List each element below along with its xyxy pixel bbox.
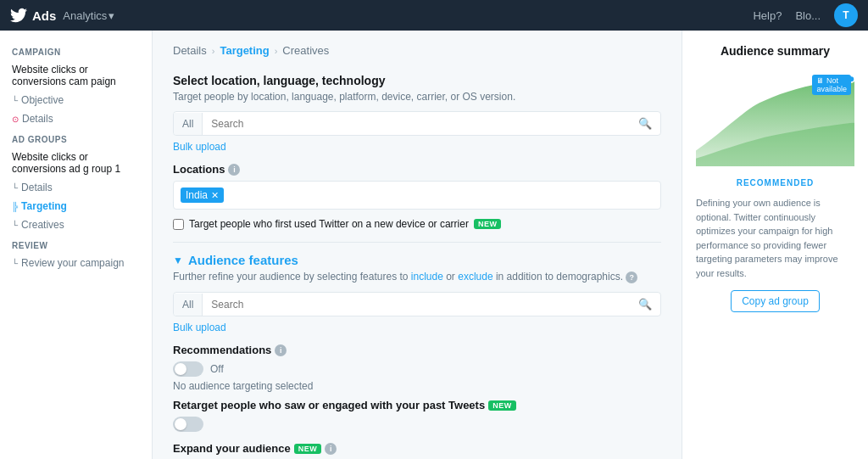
sidebar-item-adgroup-details[interactable]: └ Details	[0, 178, 152, 197]
form-area: Details › Targeting › Creatives Select l…	[153, 31, 682, 459]
breadcrumb-creatives[interactable]: Creatives	[282, 44, 329, 57]
topnav-left: Ads Analytics ▾	[10, 7, 114, 24]
review-section-title: REVIEW	[0, 234, 152, 254]
audience-chart: 🖥 Notavailable	[696, 68, 854, 170]
breadcrumb-sep-1: ›	[212, 46, 215, 56]
targeting-icon: ╠	[12, 202, 18, 211]
india-tag: India ✕	[181, 188, 224, 203]
location-field[interactable]: India ✕	[173, 181, 661, 210]
breadcrumb-details[interactable]: Details	[173, 44, 207, 57]
audience-features-desc: Further refine your audience by selectin…	[173, 271, 661, 283]
sidebar-item-targeting[interactable]: ╠ Targeting	[0, 197, 152, 216]
adgroups-section-title: AD GROUPS	[0, 128, 152, 148]
retarget-toggle[interactable]	[173, 417, 203, 432]
location-section-title: Select location, language, technology	[173, 74, 661, 87]
chevron-down-icon: ▾	[108, 9, 114, 22]
user-avatar[interactable]: T	[834, 3, 858, 27]
india-tag-label: India	[186, 189, 208, 201]
brand-label: Ads	[32, 8, 56, 23]
location-search-input[interactable]	[203, 113, 630, 135]
locations-info-icon[interactable]: i	[228, 164, 240, 176]
sidebar: CAMPAIGN Website clicks or conversions c…	[0, 31, 153, 459]
campaign-section-title: CAMPAIGN	[0, 41, 152, 60]
audience-search-bar[interactable]: All 🔍	[173, 292, 661, 316]
analytics-menu[interactable]: Analytics ▾	[63, 9, 114, 22]
recommendations-info-icon[interactable]: i	[275, 344, 287, 356]
recommended-label: RECOMMENDED	[696, 178, 854, 188]
search-icon: 🔍	[630, 112, 660, 135]
carrier-new-badge: NEW	[474, 219, 502, 229]
search-prefix-all: All	[174, 113, 203, 135]
carrier-checkbox[interactable]	[173, 219, 184, 230]
recommendations-toggle-row: Off	[173, 361, 661, 377]
corner-icon: └	[12, 259, 18, 268]
audience-features-header: ▼ Audience features	[173, 253, 661, 267]
audience-bulk-upload[interactable]: Bulk upload	[173, 322, 661, 333]
help-link[interactable]: Help?	[753, 9, 782, 22]
audience-summary-text: Defining your own audience is optional. …	[696, 196, 854, 280]
breadcrumb-targeting[interactable]: Targeting	[220, 44, 269, 57]
audience-search-icon: 🔍	[630, 293, 660, 316]
audience-summary-title: Audience summary	[696, 44, 854, 58]
retarget-label-row: Retarget people who saw or engaged with …	[173, 399, 661, 411]
expand-audience-section: Expand your audience NEW i	[173, 442, 661, 459]
audience-search-input[interactable]	[203, 294, 630, 316]
sidebar-item-creatives[interactable]: └ Creatives	[0, 216, 152, 234]
location-section-desc: Target people by location, language, pla…	[173, 91, 661, 103]
copy-ad-group-button[interactable]: Copy ad group	[731, 290, 820, 312]
recommendations-label: Recommendations	[173, 344, 271, 356]
carrier-checkbox-row: Target people who first used Twitter on …	[173, 218, 661, 230]
right-panel: Audience summary	[682, 31, 868, 459]
carrier-label: Target people who first used Twitter on …	[189, 218, 469, 230]
sidebar-item-review[interactable]: └ Review your campaign	[0, 254, 152, 272]
breadcrumb-sep-2: ›	[275, 46, 278, 56]
no-audience-text: No audience targeting selected	[173, 380, 661, 392]
audience-chevron-icon: ▼	[173, 255, 183, 266]
expand-label-row: Expand your audience NEW i	[173, 442, 661, 455]
audience-info-icon[interactable]: ?	[626, 271, 637, 283]
retarget-new-badge: NEW	[488, 400, 516, 411]
top-navigation: Ads Analytics ▾ Help? Blo... T	[0, 0, 868, 31]
recommendations-toggle[interactable]	[173, 361, 203, 377]
retarget-toggle-knob	[175, 418, 186, 430]
blog-link[interactable]: Blo...	[795, 9, 821, 22]
sidebar-item-details[interactable]: ⊙ Details	[0, 109, 152, 128]
toggle-knob	[175, 363, 186, 375]
analytics-label: Analytics	[63, 9, 107, 22]
toggle-off-label: Off	[210, 363, 224, 375]
not-available-badge: 🖥 Notavailable	[812, 75, 851, 95]
main-content: Details › Targeting › Creatives Select l…	[153, 31, 868, 459]
retarget-label: Retarget people who saw or engaged with …	[173, 399, 485, 411]
corner-icon: └	[12, 96, 18, 105]
audience-search-prefix: All	[174, 294, 203, 316]
topnav-right: Help? Blo... T	[753, 3, 858, 27]
expand-info-icon[interactable]: i	[325, 443, 337, 455]
audience-features-title: Audience features	[188, 253, 298, 267]
sidebar-campaign-item[interactable]: Website clicks or conversions cam paign	[0, 60, 152, 91]
corner-icon: └	[12, 183, 18, 193]
recommendations-label-row: Recommendations i	[173, 344, 661, 356]
expand-label: Expand your audience	[173, 442, 291, 455]
expand-new-badge: NEW	[294, 444, 322, 454]
locations-label: Locations	[173, 163, 225, 176]
error-icon: ⊙	[12, 115, 19, 124]
india-tag-close[interactable]: ✕	[211, 190, 219, 201]
location-bulk-upload[interactable]: Bulk upload	[173, 141, 661, 153]
corner-icon: └	[12, 221, 18, 230]
location-section: Select location, language, technology Ta…	[173, 74, 661, 230]
sidebar-adgroup-item[interactable]: Website clicks or conversions ad g roup …	[0, 148, 152, 178]
locations-label-row: Locations i	[173, 163, 661, 176]
logo: Ads	[10, 7, 56, 24]
audience-features-section: ▼ Audience features Further refine your …	[173, 253, 661, 459]
location-search-bar[interactable]: All 🔍	[173, 111, 661, 136]
twitter-logo-icon	[10, 7, 27, 24]
sidebar-item-objective[interactable]: └ Objective	[0, 91, 152, 109]
main-layout: CAMPAIGN Website clicks or conversions c…	[0, 31, 868, 459]
retarget-toggle-row	[173, 417, 661, 432]
section-divider-1	[173, 242, 661, 243]
breadcrumb: Details › Targeting › Creatives	[173, 44, 661, 57]
